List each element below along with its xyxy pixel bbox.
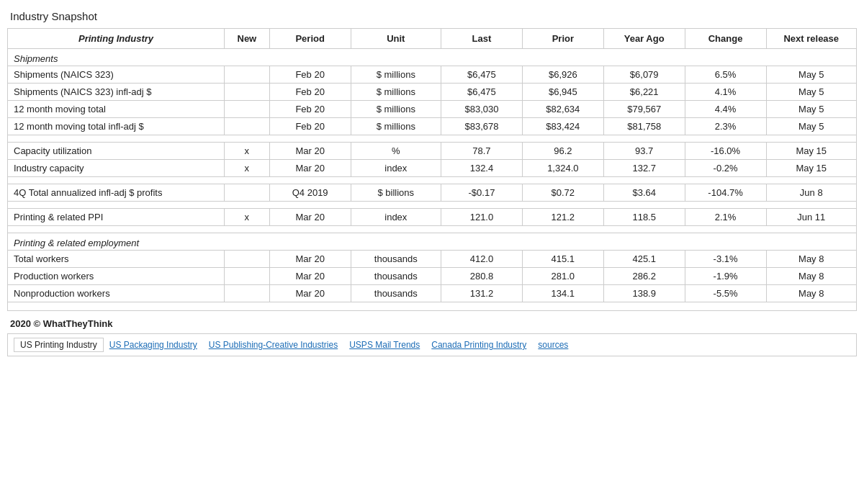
table-row: Production workers Mar 20 thousands 280.… — [8, 268, 857, 285]
row-nextrel: May 8 — [766, 268, 856, 285]
row-period: Q4 2019 — [269, 184, 351, 202]
row-nextrel: May 8 — [766, 285, 856, 302]
row-yearago: 425.1 — [603, 251, 685, 268]
row-unit: thousands — [351, 251, 441, 268]
table-row: 12 month moving total infl-adj $ Feb 20 … — [8, 118, 857, 135]
row-change: -5.5% — [685, 285, 766, 302]
row-period: Mar 20 — [269, 160, 351, 177]
row-name: Capacity utilization — [8, 143, 225, 160]
row-yearago: 118.5 — [603, 209, 685, 226]
row-period: Mar 20 — [269, 285, 351, 302]
row-prior: $6,926 — [522, 66, 603, 84]
header-change: Change — [685, 29, 766, 49]
row-new — [225, 184, 270, 202]
row-prior: 121.2 — [522, 209, 603, 226]
row-last: $6,475 — [441, 66, 523, 84]
row-change: -16.0% — [685, 143, 766, 160]
header-nextrelease: Next release — [766, 29, 856, 49]
header-printing-industry: Printing Industry — [8, 29, 225, 49]
spacer-row — [8, 135, 857, 143]
row-name: 12 month moving total — [8, 101, 225, 118]
row-period: Feb 20 — [269, 101, 351, 118]
row-last: 280.8 — [441, 268, 523, 285]
row-yearago: $6,079 — [603, 66, 685, 84]
row-new — [225, 251, 270, 268]
section-header-row: Printing & related employment — [8, 233, 857, 251]
row-name: Total workers — [8, 251, 225, 268]
row-new: x — [225, 160, 270, 177]
row-nextrel: May 15 — [766, 160, 856, 177]
row-new: x — [225, 209, 270, 226]
row-unit: thousands — [351, 268, 441, 285]
row-change: -104.7% — [685, 184, 766, 202]
row-unit: index — [351, 209, 441, 226]
row-name: Printing & related PPI — [8, 209, 225, 226]
row-change: -1.9% — [685, 268, 766, 285]
row-unit: $ millions — [351, 118, 441, 135]
row-unit: $ millions — [351, 66, 441, 84]
row-yearago: 93.7 — [603, 143, 685, 160]
table-row: Total workers Mar 20 thousands 412.0 415… — [8, 251, 857, 268]
row-last: 412.0 — [441, 251, 523, 268]
row-new — [225, 101, 270, 118]
row-prior: 1,324.0 — [522, 160, 603, 177]
row-new: x — [225, 143, 270, 160]
table-row: Shipments (NAICS 323) infl-adj $ Feb 20 … — [8, 84, 857, 101]
row-prior: 134.1 — [522, 285, 603, 302]
row-period: Mar 20 — [269, 209, 351, 226]
row-last: 121.0 — [441, 209, 523, 226]
industry-table: Printing Industry New Period Unit Last P… — [7, 28, 857, 311]
row-new — [225, 118, 270, 135]
header-period: Period — [269, 29, 351, 49]
table-row: Shipments (NAICS 323) Feb 20 $ millions … — [8, 66, 857, 84]
footer-nav-item[interactable]: USPS Mail Trends — [343, 338, 426, 351]
row-nextrel: Jun 8 — [766, 184, 856, 202]
footer-nav-item[interactable]: sources — [532, 338, 574, 351]
row-yearago: $79,567 — [603, 101, 685, 118]
row-name: 12 month moving total infl-adj $ — [8, 118, 225, 135]
row-unit: % — [351, 143, 441, 160]
spacer-row — [8, 177, 857, 184]
row-change: -0.2% — [685, 160, 766, 177]
table-body: Shipments Shipments (NAICS 323) Feb 20 $… — [8, 49, 857, 311]
footer-nav-item[interactable]: Canada Printing Industry — [426, 338, 532, 351]
row-yearago: 286.2 — [603, 268, 685, 285]
table-row: Capacity utilization x Mar 20 % 78.7 96.… — [8, 143, 857, 160]
row-new — [225, 285, 270, 302]
header-new: New — [225, 29, 270, 49]
section-label: Printing & related employment — [8, 233, 857, 251]
footer-nav-item[interactable]: US Printing Industry — [14, 338, 104, 352]
row-last: $83,678 — [441, 118, 523, 135]
row-new — [225, 66, 270, 84]
header-unit: Unit — [351, 29, 441, 49]
row-name: Nonproduction workers — [8, 285, 225, 302]
footer-nav-item[interactable]: US Packaging Industry — [104, 338, 203, 351]
footer-nav-item[interactable]: US Publishing-Creative Industries — [203, 338, 343, 351]
section-label: Shipments — [8, 49, 857, 66]
row-last: -$0.17 — [441, 184, 523, 202]
row-unit: $ millions — [351, 84, 441, 101]
row-period: Feb 20 — [269, 118, 351, 135]
row-period: Mar 20 — [269, 251, 351, 268]
row-prior: 96.2 — [522, 143, 603, 160]
row-prior: $82,634 — [522, 101, 603, 118]
row-nextrel: May 5 — [766, 84, 856, 101]
row-nextrel: May 5 — [766, 66, 856, 84]
row-unit: $ billions — [351, 184, 441, 202]
page-wrapper: Industry Snapshot Printing Industry New … — [0, 0, 864, 364]
row-prior: $0.72 — [522, 184, 603, 202]
row-prior: 415.1 — [522, 251, 603, 268]
header-prior: Prior — [522, 29, 603, 49]
row-name: Industry capacity — [8, 160, 225, 177]
footer-copyright: 2020 © WhatTheyThink — [7, 311, 857, 333]
row-nextrel: May 5 — [766, 118, 856, 135]
row-change: 2.3% — [685, 118, 766, 135]
row-prior: $83,424 — [522, 118, 603, 135]
row-unit: index — [351, 160, 441, 177]
header-yearago: Year Ago — [603, 29, 685, 49]
table-header-row: Printing Industry New Period Unit Last P… — [8, 29, 857, 49]
row-new — [225, 268, 270, 285]
row-nextrel: May 15 — [766, 143, 856, 160]
row-yearago: $3.64 — [603, 184, 685, 202]
row-prior: $6,945 — [522, 84, 603, 101]
